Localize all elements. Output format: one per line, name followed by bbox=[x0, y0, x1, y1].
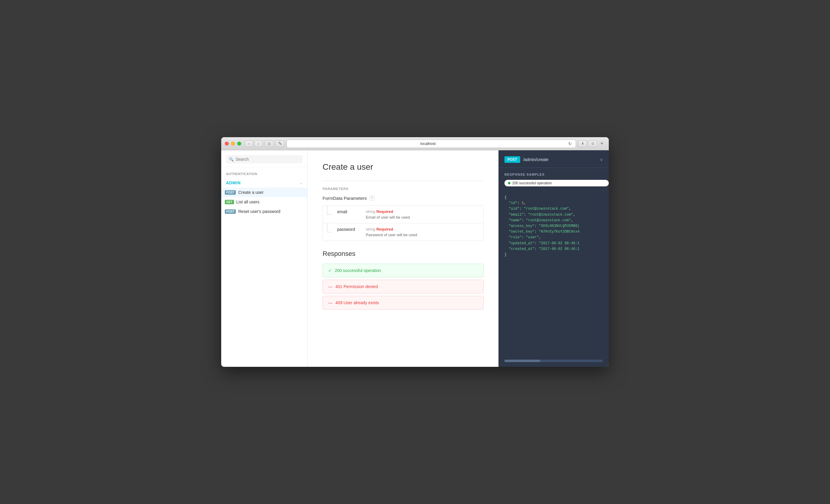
traffic-lights bbox=[225, 141, 241, 146]
sidebar-item-reset-password-label: Reset user's password bbox=[238, 209, 280, 214]
nav-group-admin: ADMIN ⌄ POST Create a user GET List all … bbox=[221, 178, 307, 216]
sidebar: 🔍 AUTHENTICATION ADMIN ⌄ POST Create a u… bbox=[221, 150, 308, 367]
param-details-password: string Required Password of user will be… bbox=[366, 227, 479, 237]
content-area: 🔍 AUTHENTICATION ADMIN ⌄ POST Create a u… bbox=[221, 150, 609, 367]
search-input[interactable] bbox=[235, 157, 299, 162]
params-label: PARAMETERS bbox=[323, 187, 484, 191]
right-panel: POST /admin/create ∨ RESPONSE SAMPLES 20… bbox=[499, 150, 609, 367]
response-200-icon: ✓ bbox=[328, 268, 332, 273]
sidebar-item-list-users[interactable]: GET List all users bbox=[221, 197, 307, 207]
param-description-password: Password of user will be used bbox=[366, 232, 479, 237]
response-401-text: 401 Permission denied bbox=[336, 284, 378, 289]
param-row-email: email string Required Email of user will… bbox=[323, 206, 483, 223]
section-label: AUTHENTICATION bbox=[221, 167, 307, 178]
param-row-password: password string Required Password of use… bbox=[323, 223, 483, 241]
response-409-icon: — bbox=[328, 300, 332, 305]
search-icon: 🔍 bbox=[229, 157, 234, 162]
tree-connector-email bbox=[323, 206, 331, 223]
minimize-button[interactable] bbox=[231, 141, 235, 146]
share-icon[interactable]: ⊡ bbox=[588, 140, 597, 147]
response-409[interactable]: — 409 User already exists bbox=[323, 296, 484, 310]
right-panel-header: POST /admin/create ∨ bbox=[499, 150, 609, 168]
download-icon[interactable]: ⬇ bbox=[578, 140, 587, 147]
param-table: email string Required Email of user will… bbox=[323, 206, 484, 241]
param-details-email: string Required Email of user will be us… bbox=[366, 209, 479, 220]
sample-tab[interactable]: 200 successful operation bbox=[505, 180, 609, 186]
endpoint-path: /admin/create bbox=[523, 157, 597, 162]
new-tab-button[interactable]: ✎ bbox=[276, 140, 284, 147]
formdata-title: FormData Parameters bbox=[323, 196, 367, 201]
sidebar-item-reset-password[interactable]: POST Reset user's password bbox=[221, 207, 307, 216]
titlebar: ‹ › ⊡ ✎ ↻ ⬇ ⊡ + bbox=[221, 137, 609, 150]
param-type-label-2: string bbox=[366, 227, 376, 231]
param-name-password: password bbox=[331, 227, 361, 232]
reload-button[interactable]: ↻ bbox=[567, 140, 573, 147]
chevron-down-icon: ⌄ bbox=[299, 181, 302, 185]
response-409-text: 409 User already exists bbox=[336, 300, 379, 305]
dropdown-icon[interactable]: ∨ bbox=[600, 157, 603, 162]
scrollbar-track bbox=[505, 360, 603, 362]
nav-group-title: ADMIN bbox=[226, 181, 241, 185]
response-samples-label: RESPONSE SAMPLES bbox=[499, 168, 609, 180]
browser-window: ‹ › ⊡ ✎ ↻ ⬇ ⊡ + 🔍 AUTHENTICATION bbox=[221, 137, 609, 367]
param-type-label: string bbox=[366, 209, 376, 214]
page-title: Create a user bbox=[323, 162, 484, 172]
response-401-icon: — bbox=[328, 284, 332, 289]
param-description-email: Email of user will be used bbox=[366, 215, 479, 220]
section-divider bbox=[323, 181, 484, 181]
address-input[interactable] bbox=[289, 141, 567, 146]
tree-connector-password bbox=[323, 223, 331, 241]
add-tab-button[interactable]: + bbox=[599, 140, 605, 147]
tab-overview-button[interactable]: ⊡ bbox=[265, 140, 274, 147]
param-type-email: string Required bbox=[366, 209, 479, 214]
response-200-text: 200 successful operation bbox=[335, 268, 381, 273]
nav-group-header[interactable]: ADMIN ⌄ bbox=[221, 178, 307, 188]
formdata-header: FormData Parameters ? bbox=[323, 195, 484, 201]
response-200[interactable]: ✓ 200 successful operation bbox=[323, 264, 484, 277]
param-required-label-2: Required bbox=[376, 227, 393, 231]
sample-tab-text: 200 successful operation bbox=[512, 181, 552, 185]
param-name-email: email bbox=[331, 209, 361, 214]
sample-tab-dot bbox=[508, 182, 510, 184]
sidebar-item-list-users-label: List all users bbox=[236, 199, 260, 204]
back-button[interactable]: ‹ bbox=[245, 140, 253, 147]
scrollbar-thumb[interactable] bbox=[505, 360, 540, 362]
code-block: { "id": 1, "uid": "root@inwinstack.com",… bbox=[499, 190, 609, 360]
forward-button[interactable]: › bbox=[254, 140, 263, 147]
search-container: 🔍 bbox=[221, 150, 307, 167]
param-required-label: Required bbox=[376, 209, 393, 214]
param-row-content-email: email string Required Email of user will… bbox=[331, 206, 483, 223]
address-bar-container: ↻ bbox=[287, 139, 576, 148]
sidebar-item-create-user[interactable]: POST Create a user bbox=[221, 188, 307, 197]
post-badge-header: POST bbox=[505, 156, 520, 163]
search-box: 🔍 bbox=[226, 155, 302, 163]
close-button[interactable] bbox=[225, 141, 229, 146]
param-type-password: string Required bbox=[366, 227, 479, 231]
post-badge-reset: POST bbox=[225, 209, 236, 214]
nav-buttons: ‹ › bbox=[245, 140, 263, 147]
fullscreen-button[interactable] bbox=[237, 141, 241, 146]
get-badge-list: GET bbox=[225, 200, 234, 204]
response-401[interactable]: — 401 Permission denied bbox=[323, 280, 484, 293]
sidebar-item-create-user-label: Create a user bbox=[238, 190, 263, 195]
main-panel: Create a user PARAMETERS FormData Parame… bbox=[308, 150, 499, 367]
titlebar-right: ⬇ ⊡ + bbox=[578, 140, 605, 147]
param-row-content-password: password string Required Password of use… bbox=[331, 223, 483, 241]
responses-title: Responses bbox=[323, 250, 484, 258]
help-icon[interactable]: ? bbox=[369, 195, 375, 201]
post-badge-create: POST bbox=[225, 190, 236, 195]
